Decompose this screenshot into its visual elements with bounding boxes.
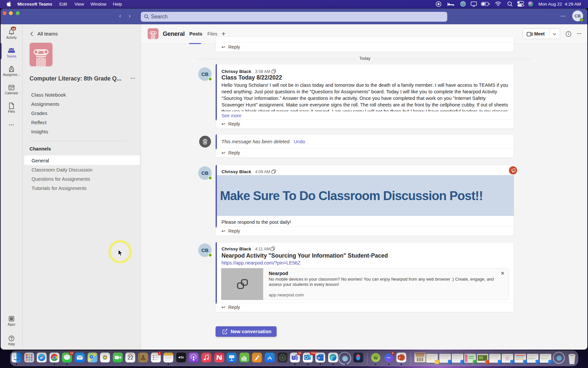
svg-text:W: W	[374, 356, 378, 360]
svg-text:W: W	[317, 356, 320, 359]
svg-text:P: P	[399, 356, 401, 359]
svg-text:T: T	[293, 356, 295, 359]
